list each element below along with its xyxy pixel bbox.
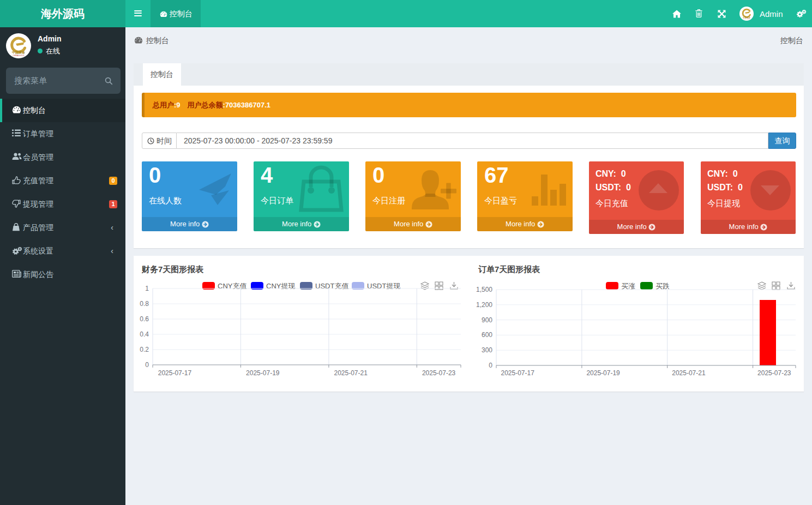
svg-text:买跌: 买跌 — [655, 282, 670, 290]
svg-text:2025-07-23: 2025-07-23 — [422, 369, 456, 377]
svg-text:900: 900 — [482, 316, 492, 324]
svg-text:0: 0 — [145, 361, 149, 369]
svg-text:2025-07-17: 2025-07-17 — [158, 369, 192, 377]
svg-text:1: 1 — [145, 285, 149, 292]
svg-text:1,500: 1,500 — [476, 286, 492, 293]
svg-text:1,200: 1,200 — [476, 301, 492, 309]
svg-text:2025-07-21: 2025-07-21 — [334, 369, 368, 377]
svg-text:CNY提现: CNY提现 — [266, 282, 295, 290]
svg-text:600: 600 — [482, 331, 492, 339]
svg-text:CNY充值: CNY充值 — [218, 282, 246, 290]
svg-text:0.4: 0.4 — [140, 330, 149, 338]
svg-text:0.8: 0.8 — [140, 300, 149, 308]
svg-text:2025-07-23: 2025-07-23 — [757, 369, 791, 377]
svg-text:2025-07-19: 2025-07-19 — [586, 369, 620, 377]
svg-text:USDT充值: USDT充值 — [315, 282, 348, 290]
svg-text:0.6: 0.6 — [140, 315, 149, 323]
svg-text:300: 300 — [482, 346, 492, 354]
svg-text:0.2: 0.2 — [140, 346, 149, 353]
svg-text:CHINA GOLD: CHINA GOLD — [13, 55, 25, 57]
svg-text:中国黄金: 中国黄金 — [12, 50, 25, 55]
svg-text:2025-07-17: 2025-07-17 — [501, 369, 535, 377]
svg-text:2025-07-19: 2025-07-19 — [246, 369, 280, 377]
svg-text:0: 0 — [489, 362, 492, 369]
svg-text:中国黄金: 中国黄金 — [743, 16, 750, 19]
svg-text:USDT提现: USDT提现 — [367, 282, 400, 290]
svg-text:2025-07-21: 2025-07-21 — [672, 369, 706, 377]
svg-text:买涨: 买涨 — [621, 282, 635, 290]
svg-text:CHINA GOLD: CHINA GOLD — [743, 18, 750, 19]
